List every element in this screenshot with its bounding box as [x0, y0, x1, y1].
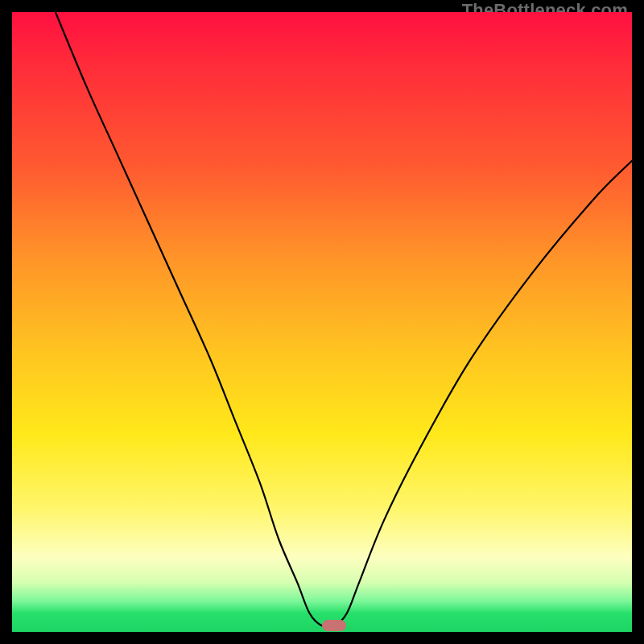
optimal-marker [322, 620, 346, 631]
bottleneck-curve [12, 12, 632, 632]
chart-stage: TheBottleneck.com [0, 0, 644, 644]
plot-area [12, 12, 632, 632]
